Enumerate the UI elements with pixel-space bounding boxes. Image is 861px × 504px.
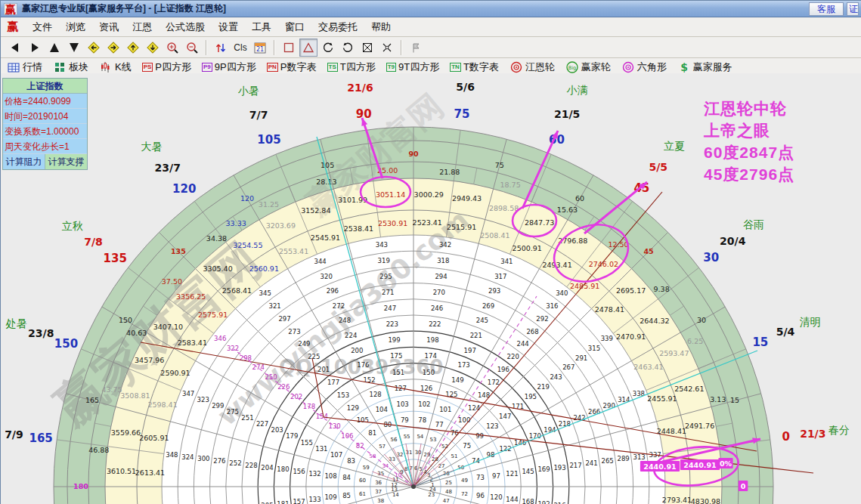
svg-text:46.88: 46.88 [88, 446, 109, 454]
view-button-blocks[interactable]: 板块 [51, 60, 90, 75]
svg-text:9.38: 9.38 [654, 285, 670, 293]
boxx-button[interactable] [358, 39, 376, 57]
svg-text:193: 193 [553, 464, 565, 472]
zoom-in-button[interactable] [163, 39, 181, 57]
svg-text:2491.76: 2491.76 [685, 422, 714, 430]
svg-text:341: 341 [500, 258, 513, 265]
svg-text:3152.84: 3152.84 [301, 206, 330, 215]
cls-button[interactable]: Cls [231, 39, 249, 57]
menu-item[interactable]: 窗口 [278, 19, 311, 36]
svg-text:247: 247 [384, 305, 396, 312]
symbol-name: 上证指数 [3, 79, 87, 94]
svg-text:339: 339 [601, 335, 613, 342]
view-button-p9-box[interactable]: P99P四方形 [200, 60, 258, 75]
updown-button[interactable] [212, 39, 230, 57]
calendar-button[interactable]: 21 [251, 39, 269, 57]
square-button[interactable] [280, 39, 298, 57]
toolbar-separator [274, 40, 275, 55]
menu-item[interactable]: 帮助 [364, 19, 398, 36]
view-button-kline[interactable]: K线 [98, 60, 133, 75]
view-button-winner-wheel[interactable]: Big赢家轮 [564, 60, 612, 75]
view-button-grid[interactable]: 行情 [5, 60, 44, 75]
svg-text:31: 31 [405, 450, 412, 456]
app-logo-icon: 赢 [4, 3, 17, 15]
diamond-up-button[interactable] [124, 39, 142, 57]
svg-text:177: 177 [327, 379, 339, 386]
view-button-hexagon[interactable]: 六角形 [620, 60, 668, 75]
svg-text:5/4: 5/4 [776, 326, 795, 338]
calc-resistance-button[interactable]: 计算阻力 [3, 154, 45, 169]
view-button-tn-box[interactable]: TNT数字表 [448, 60, 500, 75]
svg-text:$: $ [680, 61, 688, 73]
menu-item[interactable]: 交易委托 [311, 19, 364, 36]
svg-text:立秋: 立秋 [62, 220, 83, 232]
ps-box-icon: PS [142, 63, 153, 72]
view-button-t9-box[interactable]: T99T四方形 [385, 60, 441, 75]
view-button-ts-box[interactable]: TST四方形 [326, 60, 377, 75]
svg-text:151: 151 [392, 369, 404, 376]
triangle-button[interactable] [299, 39, 317, 57]
svg-text:144: 144 [506, 496, 518, 503]
rot-ccw-button[interactable] [319, 39, 337, 57]
diamond-right-button[interactable] [104, 39, 122, 57]
menu-item[interactable]: 文件 [26, 19, 59, 36]
note-line: 江恩轮中轮 [704, 97, 794, 119]
menu-item[interactable]: 公式选股 [159, 19, 212, 36]
svg-text:清明: 清明 [799, 316, 820, 328]
svg-text:45: 45 [633, 181, 649, 195]
svg-text:292: 292 [536, 315, 548, 323]
diamond-down-button[interactable] [144, 39, 162, 57]
calc-support-button[interactable]: 计算支撑 [45, 154, 87, 169]
svg-text:38: 38 [377, 498, 384, 504]
gann-wheel-chart[interactable]: 赢家财富网www.yingjia360.com赢家财富网QQ:100392360… [1, 76, 861, 504]
menu-item[interactable]: 工具 [245, 19, 278, 36]
svg-text:346: 346 [214, 335, 226, 342]
svg-text:291: 291 [575, 354, 587, 362]
svg-text:15: 15 [752, 335, 768, 349]
diamond-left-button[interactable] [85, 39, 103, 57]
svg-text:49: 49 [461, 478, 468, 484]
svg-text:192: 192 [537, 500, 550, 504]
pin-button[interactable] [407, 39, 425, 57]
svg-text:2598.41: 2598.41 [147, 400, 177, 409]
svg-text:54: 54 [417, 434, 423, 440]
rot-cw-button[interactable] [339, 39, 357, 57]
svg-text:145: 145 [522, 468, 534, 475]
partial-button[interactable]: 证 [847, 2, 859, 16]
svg-text:18.75: 18.75 [500, 181, 520, 189]
arrow-left-button[interactable] [6, 39, 24, 57]
kline-icon [99, 60, 113, 74]
view-button-gann-wheel[interactable]: 江恩轮 [508, 60, 556, 75]
view-button-pn-box[interactable]: PNP数字表 [265, 60, 318, 75]
menu-item[interactable]: 浏览 [59, 19, 92, 36]
svg-text:180: 180 [73, 482, 88, 490]
view-button-service[interactable]: $赢家服务 [676, 60, 734, 75]
svg-text:45: 45 [644, 247, 654, 255]
tri-up-button[interactable] [45, 39, 63, 57]
svg-text:204: 204 [261, 464, 273, 472]
customer-service-button[interactable]: 客服 [809, 2, 844, 16]
svg-text:2644.32: 2644.32 [640, 317, 669, 325]
svg-text:323: 323 [197, 396, 209, 404]
svg-text:25: 25 [445, 480, 452, 486]
menu-item[interactable]: 设置 [212, 19, 245, 36]
centerx-button[interactable] [378, 39, 396, 57]
svg-text:269: 269 [482, 302, 494, 310]
svg-text:179: 179 [286, 432, 298, 440]
tri-down-button[interactable] [65, 39, 83, 57]
zoom-out-button[interactable] [183, 39, 201, 57]
svg-text:165: 165 [29, 431, 52, 445]
svg-text:3000.29: 3000.29 [414, 190, 444, 199]
svg-text:15.63: 15.63 [557, 206, 578, 214]
svg-text:105: 105 [257, 133, 280, 147]
menu-item[interactable]: 资讯 [92, 19, 125, 36]
menu-item[interactable]: 江恩 [125, 19, 159, 36]
svg-text:270: 270 [433, 289, 445, 296]
arrow-right-button[interactable] [26, 39, 44, 57]
svg-text:7/8: 7/8 [84, 236, 103, 248]
svg-text:120: 120 [240, 194, 254, 203]
view-button-label: 9P四方形 [215, 60, 256, 74]
svg-text:6.25: 6.25 [687, 337, 703, 345]
svg-text:198: 198 [426, 336, 438, 344]
view-button-ps-box[interactable]: PSP四方形 [141, 60, 193, 75]
